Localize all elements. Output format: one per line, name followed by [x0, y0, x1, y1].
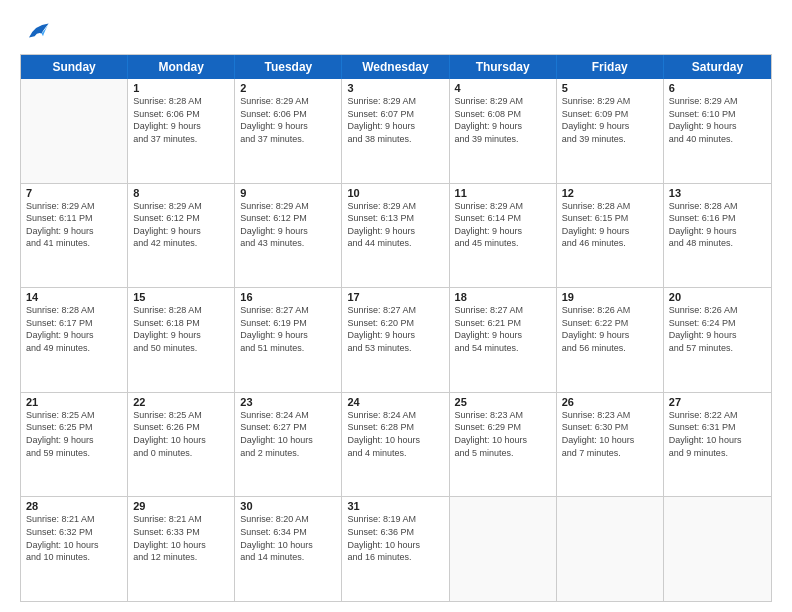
day-cell-8: 8Sunrise: 8:29 AMSunset: 6:12 PMDaylight…	[128, 184, 235, 288]
day-cell-2: 2Sunrise: 8:29 AMSunset: 6:06 PMDaylight…	[235, 79, 342, 183]
day-number: 30	[240, 500, 336, 512]
day-number: 23	[240, 396, 336, 408]
day-cell-6: 6Sunrise: 8:29 AMSunset: 6:10 PMDaylight…	[664, 79, 771, 183]
day-info: Sunrise: 8:28 AMSunset: 6:17 PMDaylight:…	[26, 304, 122, 354]
calendar-row-2: 7Sunrise: 8:29 AMSunset: 6:11 PMDaylight…	[21, 183, 771, 288]
day-cell-1: 1Sunrise: 8:28 AMSunset: 6:06 PMDaylight…	[128, 79, 235, 183]
day-info: Sunrise: 8:29 AMSunset: 6:06 PMDaylight:…	[240, 95, 336, 145]
calendar-row-3: 14Sunrise: 8:28 AMSunset: 6:17 PMDayligh…	[21, 287, 771, 392]
day-number: 5	[562, 82, 658, 94]
calendar: SundayMondayTuesdayWednesdayThursdayFrid…	[20, 54, 772, 602]
day-info: Sunrise: 8:23 AMSunset: 6:29 PMDaylight:…	[455, 409, 551, 459]
page: SundayMondayTuesdayWednesdayThursdayFrid…	[0, 0, 792, 612]
day-info: Sunrise: 8:24 AMSunset: 6:28 PMDaylight:…	[347, 409, 443, 459]
day-info: Sunrise: 8:27 AMSunset: 6:19 PMDaylight:…	[240, 304, 336, 354]
header-day-saturday: Saturday	[664, 55, 771, 79]
day-cell-22: 22Sunrise: 8:25 AMSunset: 6:26 PMDayligh…	[128, 393, 235, 497]
day-number: 15	[133, 291, 229, 303]
day-number: 22	[133, 396, 229, 408]
day-number: 4	[455, 82, 551, 94]
day-number: 10	[347, 187, 443, 199]
day-number: 20	[669, 291, 766, 303]
day-cell-30: 30Sunrise: 8:20 AMSunset: 6:34 PMDayligh…	[235, 497, 342, 601]
day-number: 18	[455, 291, 551, 303]
day-info: Sunrise: 8:26 AMSunset: 6:22 PMDaylight:…	[562, 304, 658, 354]
day-cell-29: 29Sunrise: 8:21 AMSunset: 6:33 PMDayligh…	[128, 497, 235, 601]
day-cell-16: 16Sunrise: 8:27 AMSunset: 6:19 PMDayligh…	[235, 288, 342, 392]
day-info: Sunrise: 8:27 AMSunset: 6:20 PMDaylight:…	[347, 304, 443, 354]
day-info: Sunrise: 8:26 AMSunset: 6:24 PMDaylight:…	[669, 304, 766, 354]
day-cell-24: 24Sunrise: 8:24 AMSunset: 6:28 PMDayligh…	[342, 393, 449, 497]
day-cell-26: 26Sunrise: 8:23 AMSunset: 6:30 PMDayligh…	[557, 393, 664, 497]
empty-cell	[450, 497, 557, 601]
day-number: 12	[562, 187, 658, 199]
day-info: Sunrise: 8:25 AMSunset: 6:25 PMDaylight:…	[26, 409, 122, 459]
day-cell-23: 23Sunrise: 8:24 AMSunset: 6:27 PMDayligh…	[235, 393, 342, 497]
day-number: 2	[240, 82, 336, 94]
day-info: Sunrise: 8:28 AMSunset: 6:15 PMDaylight:…	[562, 200, 658, 250]
day-number: 29	[133, 500, 229, 512]
day-cell-3: 3Sunrise: 8:29 AMSunset: 6:07 PMDaylight…	[342, 79, 449, 183]
day-cell-7: 7Sunrise: 8:29 AMSunset: 6:11 PMDaylight…	[21, 184, 128, 288]
day-number: 16	[240, 291, 336, 303]
calendar-header: SundayMondayTuesdayWednesdayThursdayFrid…	[21, 55, 771, 79]
day-info: Sunrise: 8:29 AMSunset: 6:08 PMDaylight:…	[455, 95, 551, 145]
day-info: Sunrise: 8:29 AMSunset: 6:10 PMDaylight:…	[669, 95, 766, 145]
day-cell-17: 17Sunrise: 8:27 AMSunset: 6:20 PMDayligh…	[342, 288, 449, 392]
day-cell-28: 28Sunrise: 8:21 AMSunset: 6:32 PMDayligh…	[21, 497, 128, 601]
day-cell-31: 31Sunrise: 8:19 AMSunset: 6:36 PMDayligh…	[342, 497, 449, 601]
calendar-row-4: 21Sunrise: 8:25 AMSunset: 6:25 PMDayligh…	[21, 392, 771, 497]
day-info: Sunrise: 8:29 AMSunset: 6:09 PMDaylight:…	[562, 95, 658, 145]
day-info: Sunrise: 8:29 AMSunset: 6:12 PMDaylight:…	[133, 200, 229, 250]
day-cell-9: 9Sunrise: 8:29 AMSunset: 6:12 PMDaylight…	[235, 184, 342, 288]
day-info: Sunrise: 8:29 AMSunset: 6:07 PMDaylight:…	[347, 95, 443, 145]
calendar-body: 1Sunrise: 8:28 AMSunset: 6:06 PMDaylight…	[21, 79, 771, 601]
day-info: Sunrise: 8:28 AMSunset: 6:18 PMDaylight:…	[133, 304, 229, 354]
day-number: 8	[133, 187, 229, 199]
header-day-thursday: Thursday	[450, 55, 557, 79]
day-number: 1	[133, 82, 229, 94]
day-number: 17	[347, 291, 443, 303]
day-info: Sunrise: 8:24 AMSunset: 6:27 PMDaylight:…	[240, 409, 336, 459]
day-cell-18: 18Sunrise: 8:27 AMSunset: 6:21 PMDayligh…	[450, 288, 557, 392]
day-number: 24	[347, 396, 443, 408]
header-day-friday: Friday	[557, 55, 664, 79]
calendar-row-5: 28Sunrise: 8:21 AMSunset: 6:32 PMDayligh…	[21, 496, 771, 601]
day-cell-20: 20Sunrise: 8:26 AMSunset: 6:24 PMDayligh…	[664, 288, 771, 392]
day-cell-27: 27Sunrise: 8:22 AMSunset: 6:31 PMDayligh…	[664, 393, 771, 497]
day-info: Sunrise: 8:21 AMSunset: 6:32 PMDaylight:…	[26, 513, 122, 563]
day-cell-21: 21Sunrise: 8:25 AMSunset: 6:25 PMDayligh…	[21, 393, 128, 497]
day-info: Sunrise: 8:29 AMSunset: 6:11 PMDaylight:…	[26, 200, 122, 250]
day-number: 6	[669, 82, 766, 94]
day-cell-11: 11Sunrise: 8:29 AMSunset: 6:14 PMDayligh…	[450, 184, 557, 288]
day-info: Sunrise: 8:29 AMSunset: 6:13 PMDaylight:…	[347, 200, 443, 250]
day-number: 27	[669, 396, 766, 408]
empty-cell	[557, 497, 664, 601]
day-cell-5: 5Sunrise: 8:29 AMSunset: 6:09 PMDaylight…	[557, 79, 664, 183]
day-cell-4: 4Sunrise: 8:29 AMSunset: 6:08 PMDaylight…	[450, 79, 557, 183]
day-info: Sunrise: 8:19 AMSunset: 6:36 PMDaylight:…	[347, 513, 443, 563]
day-number: 13	[669, 187, 766, 199]
day-info: Sunrise: 8:29 AMSunset: 6:14 PMDaylight:…	[455, 200, 551, 250]
logo	[20, 18, 50, 46]
header-day-monday: Monday	[128, 55, 235, 79]
logo-bird-icon	[22, 18, 50, 46]
day-info: Sunrise: 8:25 AMSunset: 6:26 PMDaylight:…	[133, 409, 229, 459]
day-info: Sunrise: 8:27 AMSunset: 6:21 PMDaylight:…	[455, 304, 551, 354]
day-number: 25	[455, 396, 551, 408]
day-number: 21	[26, 396, 122, 408]
day-info: Sunrise: 8:20 AMSunset: 6:34 PMDaylight:…	[240, 513, 336, 563]
day-cell-19: 19Sunrise: 8:26 AMSunset: 6:22 PMDayligh…	[557, 288, 664, 392]
day-cell-14: 14Sunrise: 8:28 AMSunset: 6:17 PMDayligh…	[21, 288, 128, 392]
day-info: Sunrise: 8:23 AMSunset: 6:30 PMDaylight:…	[562, 409, 658, 459]
calendar-row-1: 1Sunrise: 8:28 AMSunset: 6:06 PMDaylight…	[21, 79, 771, 183]
header	[20, 18, 772, 46]
day-info: Sunrise: 8:29 AMSunset: 6:12 PMDaylight:…	[240, 200, 336, 250]
day-number: 31	[347, 500, 443, 512]
day-cell-12: 12Sunrise: 8:28 AMSunset: 6:15 PMDayligh…	[557, 184, 664, 288]
day-info: Sunrise: 8:22 AMSunset: 6:31 PMDaylight:…	[669, 409, 766, 459]
empty-cell	[21, 79, 128, 183]
header-day-wednesday: Wednesday	[342, 55, 449, 79]
day-cell-25: 25Sunrise: 8:23 AMSunset: 6:29 PMDayligh…	[450, 393, 557, 497]
day-cell-15: 15Sunrise: 8:28 AMSunset: 6:18 PMDayligh…	[128, 288, 235, 392]
